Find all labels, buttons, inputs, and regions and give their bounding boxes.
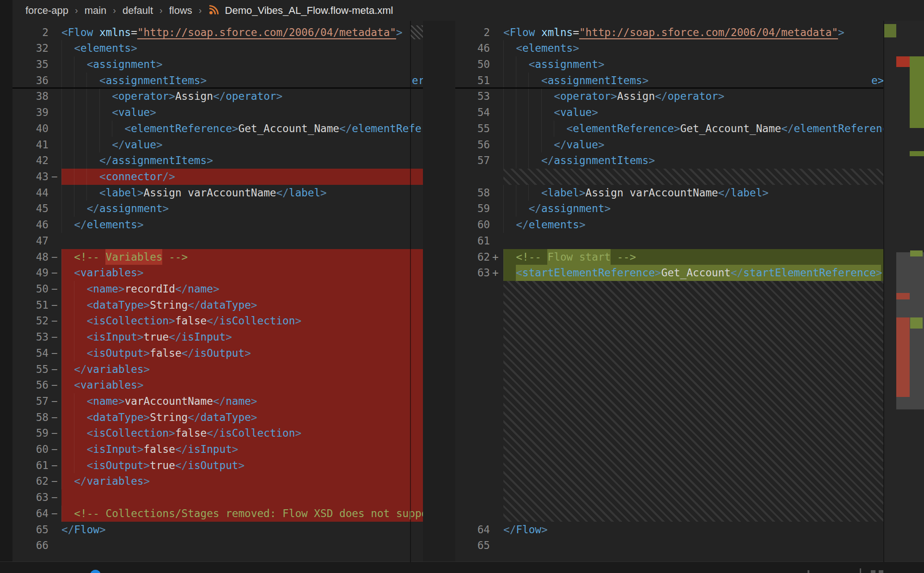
line-number[interactable]: 64 bbox=[12, 506, 49, 522]
line-number[interactable]: 59 bbox=[455, 201, 490, 217]
code-line[interactable]: 56 </value> bbox=[455, 137, 883, 153]
line-number[interactable]: 64 bbox=[455, 522, 490, 538]
line-number[interactable]: 50 bbox=[455, 56, 490, 73]
code-line[interactable]: 63− bbox=[12, 489, 423, 506]
code-line[interactable]: 42 </assignmentItems> bbox=[12, 152, 423, 169]
line-number[interactable]: 65 bbox=[12, 522, 49, 538]
code-line[interactable]: 45 </assignment> bbox=[12, 201, 423, 217]
line-number[interactable]: 61 bbox=[455, 233, 490, 249]
code-line[interactable]: 60 </elements> bbox=[455, 217, 883, 233]
diff-sash[interactable] bbox=[410, 21, 411, 562]
breadcrumb-item-main[interactable]: main bbox=[85, 5, 107, 17]
line-number[interactable]: 2 bbox=[455, 24, 490, 41]
line-number[interactable]: 59 bbox=[12, 425, 49, 441]
line-number[interactable]: 42 bbox=[12, 152, 49, 169]
line-number[interactable]: 56 bbox=[455, 137, 490, 153]
line-number[interactable]: 51 bbox=[12, 297, 49, 313]
code-line[interactable]: 59 </assignment> bbox=[455, 201, 883, 217]
code-line[interactable]: 54− <isOutput>false</isOutput> bbox=[12, 345, 423, 361]
line-number[interactable]: 53 bbox=[12, 329, 49, 345]
code-line[interactable]: 36 <assignmentItems>er bbox=[12, 73, 423, 89]
line-number[interactable]: 62 bbox=[12, 473, 49, 489]
code-line[interactable]: 57− <name>varAccountName</name> bbox=[12, 393, 423, 409]
code-line[interactable]: 53− <isInput>true</isInput> bbox=[12, 329, 423, 345]
breadcrumb-item-flows[interactable]: flows bbox=[169, 5, 192, 17]
code-line[interactable]: 62+ <!-- Flow start --> bbox=[455, 249, 883, 265]
code-line[interactable]: 55 <elementReference>Get_Account_Name</e… bbox=[455, 121, 883, 137]
overview-ruler[interactable] bbox=[884, 21, 924, 561]
line-number[interactable]: 51 bbox=[455, 73, 490, 89]
code-line[interactable]: 47 bbox=[12, 233, 423, 249]
code-line[interactable]: 32 <elements> bbox=[12, 40, 423, 56]
code-line[interactable]: 52− <isCollection>false</isCollection> bbox=[12, 313, 423, 329]
line-number[interactable]: 47 bbox=[12, 233, 49, 249]
code-line[interactable]: 54 <value> bbox=[455, 104, 883, 121]
line-number[interactable]: 49 bbox=[12, 265, 49, 281]
breadcrumb-item-default[interactable]: default bbox=[122, 5, 153, 17]
line-number[interactable]: 53 bbox=[455, 88, 490, 104]
code-line[interactable]: 46 </elements> bbox=[12, 217, 423, 233]
code-line[interactable]: 58− <dataType>String</dataType> bbox=[12, 409, 423, 426]
code-line[interactable]: 65 bbox=[455, 537, 883, 554]
line-number[interactable]: 46 bbox=[455, 40, 490, 56]
code-line[interactable]: 58 <label>Assign varAccountName</label> bbox=[455, 185, 883, 201]
line-number[interactable]: 50 bbox=[12, 281, 49, 297]
line-number[interactable]: 55 bbox=[12, 361, 49, 378]
code-line[interactable]: 40 <elementReference>Get_Account_Name</e… bbox=[12, 121, 423, 137]
line-number[interactable]: 58 bbox=[455, 185, 490, 201]
line-number[interactable]: 62 bbox=[455, 249, 490, 265]
line-number[interactable]: 57 bbox=[12, 393, 49, 409]
hidden-lines-separator[interactable] bbox=[12, 87, 423, 89]
line-number[interactable]: 46 bbox=[12, 217, 49, 233]
code-line[interactable]: 44 <label>Assign varAccountName</label> bbox=[12, 185, 423, 201]
code-line[interactable]: 61− <isOutput>true</isOutput> bbox=[12, 457, 423, 474]
breadcrumb-file-name[interactable]: Demo_Vibes_AL_Flow.flow-meta.xml bbox=[225, 5, 393, 17]
code-line[interactable]: 62− </variables> bbox=[12, 473, 423, 489]
breadcrumb-item-force-app[interactable]: force-app bbox=[25, 5, 68, 17]
code-line[interactable]: 51 <assignmentItems>e> bbox=[455, 73, 883, 89]
line-number[interactable]: 57 bbox=[455, 152, 490, 169]
code-line[interactable]: 38 <operator>Assign</operator> bbox=[12, 88, 423, 104]
line-number[interactable]: 63 bbox=[455, 265, 490, 281]
code-line[interactable]: 35 <assignment> bbox=[12, 56, 423, 73]
code-line[interactable]: 65</Flow> bbox=[12, 522, 423, 538]
line-number[interactable]: 60 bbox=[12, 441, 49, 457]
line-number[interactable]: 32 bbox=[12, 40, 49, 56]
line-number[interactable]: 54 bbox=[12, 345, 49, 361]
line-number[interactable]: 43 bbox=[12, 169, 49, 185]
code-line[interactable]: 60− <isInput>false</isInput> bbox=[12, 441, 423, 457]
code-line[interactable]: 50 <assignment> bbox=[455, 56, 883, 73]
line-number[interactable]: 54 bbox=[455, 104, 490, 121]
line-number[interactable]: 48 bbox=[12, 249, 49, 265]
code-line[interactable]: 43− <connector/> bbox=[12, 169, 423, 185]
code-line[interactable]: 51− <dataType>String</dataType> bbox=[12, 297, 423, 313]
code-line[interactable]: 2<Flow xmlns="http://soap.sforce.com/200… bbox=[455, 24, 883, 41]
line-number[interactable]: 41 bbox=[12, 137, 49, 153]
code-line[interactable]: 50− <name>recordId</name> bbox=[12, 281, 423, 297]
code-line[interactable]: 55− </variables> bbox=[12, 361, 423, 378]
code-line[interactable]: 2<Flow xmlns="http://soap.sforce.com/200… bbox=[12, 24, 423, 41]
code-line[interactable]: 41 </value> bbox=[12, 137, 423, 153]
line-number[interactable]: 65 bbox=[455, 537, 490, 554]
code-line[interactable]: 48− <!-- Variables --> bbox=[12, 249, 423, 265]
code-line[interactable]: 49− <variables> bbox=[12, 265, 423, 281]
line-number[interactable]: 61 bbox=[12, 457, 49, 474]
line-number[interactable]: 56 bbox=[12, 377, 49, 393]
line-number[interactable]: 66 bbox=[12, 537, 49, 554]
line-number[interactable]: 63 bbox=[12, 489, 49, 506]
line-number[interactable]: 44 bbox=[12, 185, 49, 201]
code-line[interactable]: 61 bbox=[455, 233, 883, 249]
code-line[interactable]: 63+ <startElementReference>Get_Account</… bbox=[455, 265, 883, 281]
code-line[interactable]: 64− <!-- Collections/Stages removed: Flo… bbox=[12, 506, 423, 522]
code-line[interactable]: 59− <isCollection>false</isCollection> bbox=[12, 425, 423, 441]
code-line[interactable]: 56− <variables> bbox=[12, 377, 423, 393]
line-number[interactable]: 52 bbox=[12, 313, 49, 329]
line-number[interactable]: 39 bbox=[12, 104, 49, 121]
line-number[interactable]: 36 bbox=[12, 73, 49, 89]
code-line[interactable]: 53 <operator>Assign</operator> bbox=[455, 88, 883, 104]
code-line[interactable]: 66 bbox=[12, 537, 423, 554]
code-line[interactable]: 57 </assignmentItems> bbox=[455, 152, 883, 169]
code-line[interactable]: 46 <elements> bbox=[455, 40, 883, 56]
code-line[interactable]: 64</Flow> bbox=[455, 522, 883, 538]
hidden-lines-separator[interactable] bbox=[455, 87, 883, 89]
